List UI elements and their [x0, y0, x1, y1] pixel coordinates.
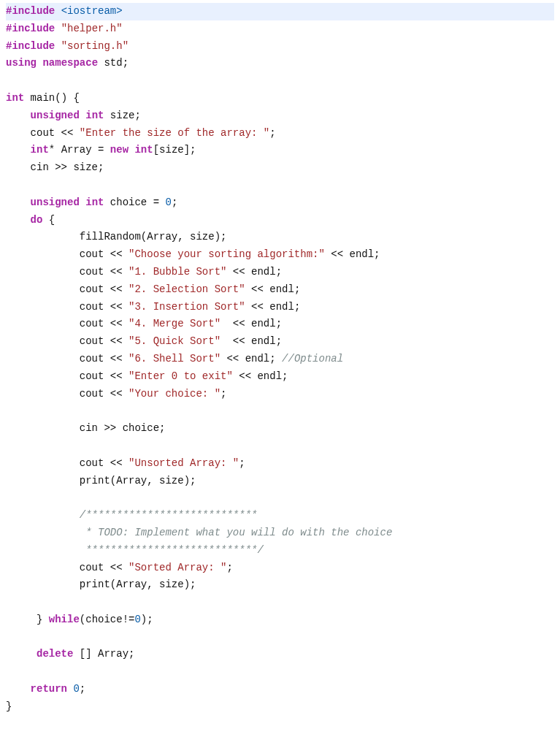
token: print(Array, size);: [6, 579, 196, 590]
token: print(Array, size);: [6, 475, 196, 486]
token: cout <<: [6, 318, 129, 329]
token: [] Array;: [73, 648, 134, 660]
token: ;: [172, 196, 177, 208]
token-string: "Choose your sorting algorithm:": [129, 248, 325, 260]
token: cout <<: [6, 127, 80, 139]
token-preprocessor: #include: [6, 23, 55, 34]
token: << endl;: [233, 370, 288, 382]
token-string: "Unsorted Array: ": [129, 457, 239, 469]
token: cout <<: [6, 266, 129, 278]
token: std;: [98, 57, 129, 69]
token: ;: [226, 562, 232, 573]
token: * Array =: [49, 144, 110, 156]
token: size;: [104, 110, 140, 121]
code-block: #include <iostream>#include "helper.h" #…: [0, 0, 560, 722]
token-keyword: namespace: [42, 57, 98, 69]
token: ;: [269, 127, 275, 139]
code-line-highlighted: #include <iostream>: [6, 3, 554, 20]
token: << endl;: [325, 248, 380, 260]
token-string: "Enter the size of the array: ": [80, 127, 269, 139]
token-header: "sorting.h": [61, 40, 129, 52]
token: cin >> size;: [6, 161, 104, 173]
token-string: "6. Shell Sort": [129, 353, 220, 365]
token: cout <<: [6, 353, 129, 365]
token-keyword: int: [6, 92, 24, 104]
token: [6, 214, 31, 226]
token: cout <<: [6, 283, 129, 295]
token: (choice!=: [80, 614, 135, 625]
token-keyword: return: [31, 683, 67, 695]
token-keyword: while: [49, 614, 80, 625]
token: {: [42, 214, 55, 226]
token: main() {: [24, 92, 80, 104]
token: }: [6, 614, 49, 625]
token-header: <iostream>: [61, 5, 123, 17]
token: choice =: [104, 196, 165, 208]
token-keyword: delete: [37, 648, 73, 660]
token-header: "helper.h": [61, 23, 123, 34]
token-number: 0: [165, 196, 171, 208]
token: cout <<: [6, 248, 129, 260]
token: << endl;: [220, 335, 282, 347]
token-string: "Your choice: ": [129, 388, 220, 400]
token: [6, 196, 31, 208]
token: cout <<: [6, 457, 129, 469]
token: fillRandom(Array, size);: [6, 231, 226, 243]
token: cout <<: [6, 388, 129, 400]
token: [6, 648, 37, 660]
token: }: [6, 701, 12, 712]
token: );: [141, 614, 153, 625]
token: [6, 683, 31, 695]
token: [6, 110, 31, 121]
token-keyword: int: [31, 144, 49, 156]
token-string: "5. Quick Sort": [129, 335, 220, 347]
token: cout <<: [6, 370, 129, 382]
token: [6, 144, 31, 156]
token: << endl;: [245, 301, 301, 313]
token-keyword: unsigned: [31, 196, 80, 208]
token: << endl;: [245, 283, 301, 295]
token: ;: [80, 683, 85, 695]
token-string: "4. Merge Sort": [129, 318, 220, 329]
token: cout <<: [6, 301, 129, 313]
token-comment: ****************************/: [6, 544, 264, 556]
token-keyword: int: [85, 110, 104, 121]
token: << endl;: [220, 353, 282, 365]
token-string: "2. Selection Sort": [129, 283, 245, 295]
token-comment: /****************************: [6, 509, 257, 521]
token-keyword: new: [110, 144, 129, 156]
token: [size];: [153, 144, 196, 156]
token-preprocessor: #include: [6, 40, 55, 52]
token-keyword: using: [6, 57, 37, 69]
token: cin >> choice;: [6, 422, 165, 434]
token: ;: [239, 457, 245, 469]
token-string: "Sorted Array: ": [129, 562, 226, 573]
token-comment: //Optional: [282, 353, 343, 365]
token-number: 0: [73, 683, 79, 695]
token-string: "3. Insertion Sort": [129, 301, 245, 313]
token-keyword: int: [134, 144, 153, 156]
token-keyword: int: [85, 196, 104, 208]
token-comment: * TODO: Implement what you will do with …: [6, 527, 392, 538]
token: cout <<: [6, 562, 129, 573]
token-string: "Enter 0 to exit": [129, 370, 233, 382]
token: << endl;: [220, 318, 282, 329]
token-preprocessor: #include: [6, 5, 55, 17]
token: << endl;: [226, 266, 282, 278]
token-string: "1. Bubble Sort": [129, 266, 226, 278]
token: cout <<: [6, 335, 129, 347]
token: ;: [220, 388, 226, 400]
token-keyword: unsigned: [31, 110, 80, 121]
token-number: 0: [134, 614, 140, 625]
token-keyword: do: [31, 214, 43, 226]
